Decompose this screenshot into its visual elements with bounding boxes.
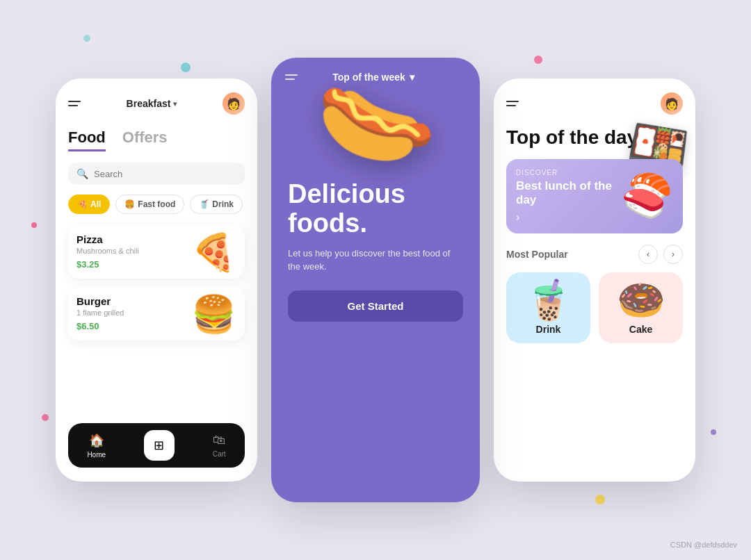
location-chevron-icon: ▾ bbox=[173, 100, 177, 108]
food-info-pizza: Pizza Mushrooms & chili $3.25 bbox=[76, 233, 139, 270]
phone-1: Breakfast ▾ 🧑 Food Offers 🔍 🍕 bbox=[56, 79, 257, 481]
get-started-button[interactable]: Get Started bbox=[288, 290, 463, 322]
phone-3: 🧑 🍱 Top of the day 🍔 Discover Best lunch… bbox=[494, 79, 695, 481]
drink-category-label: Drink bbox=[536, 324, 561, 335]
filter-drink-icon: 🥤 bbox=[199, 199, 209, 209]
p3-section-title: Most Popular bbox=[506, 249, 568, 260]
filter-all[interactable]: 🍕 All bbox=[68, 195, 110, 214]
p1-filters: 🍕 All 🍔 Fast food 🥤 Drink bbox=[68, 195, 245, 214]
p3-user-avatar[interactable]: 🧑 bbox=[661, 92, 683, 115]
location-label: Breakfast bbox=[127, 98, 171, 109]
food-price-pizza: $3.25 bbox=[76, 259, 99, 270]
food-name-burger: Burger bbox=[76, 295, 124, 307]
p3-prev-arrow[interactable]: ‹ bbox=[638, 245, 658, 264]
filter-fastfood[interactable]: 🍔 Fast food bbox=[115, 195, 184, 214]
search-input[interactable] bbox=[94, 169, 236, 179]
p3-hamburger-icon[interactable] bbox=[506, 101, 519, 106]
food-info-burger: Burger 1 flame grilled $6.50 bbox=[76, 295, 124, 332]
hamburger-menu-icon[interactable] bbox=[68, 101, 81, 106]
food-desc-burger: 1 flame grilled bbox=[76, 308, 124, 317]
p3-section-header: Most Popular ‹ › bbox=[506, 245, 683, 264]
tab-offers[interactable]: Offers bbox=[122, 129, 168, 151]
hotdog-image: 🌭 bbox=[309, 63, 442, 179]
nav-home[interactable]: 🏠 Home bbox=[87, 433, 106, 459]
p3-banner-text: Discover Best lunch of the day › bbox=[516, 169, 615, 224]
filter-all-label: All bbox=[90, 199, 101, 209]
drink-category-image: 🧋 bbox=[524, 281, 573, 320]
filter-drink[interactable]: 🥤 Drink bbox=[190, 195, 243, 214]
filter-all-icon: 🍕 bbox=[77, 199, 88, 209]
p1-header: Breakfast ▾ 🧑 bbox=[68, 92, 245, 115]
nav-cart-label: Cart bbox=[213, 450, 226, 458]
p3-banner-arrow-icon[interactable]: › bbox=[516, 211, 615, 224]
p3-categories: 🧋 Drink 🍩 Cake bbox=[506, 272, 683, 343]
phones-container: Breakfast ▾ 🧑 Food Offers 🔍 🍕 bbox=[28, 30, 723, 530]
food-price-burger: $6.50 bbox=[76, 321, 99, 331]
p3-header: 🧑 bbox=[506, 92, 683, 115]
watermark: CSDN @defdsddev bbox=[670, 541, 737, 549]
nav-center-button[interactable]: ⊞ bbox=[144, 430, 175, 461]
food-item-pizza[interactable]: Pizza Mushrooms & chili $3.25 🍕 bbox=[68, 225, 245, 279]
phone-2: Top of the week ▾ 🌭 Delicious foods. Let… bbox=[271, 58, 480, 502]
p1-search-bar[interactable]: 🔍 bbox=[68, 163, 245, 185]
filter-drink-label: Drink bbox=[212, 199, 234, 209]
p1-location[interactable]: Breakfast ▾ bbox=[127, 98, 177, 109]
cart-icon: 🛍 bbox=[213, 433, 225, 447]
home-icon: 🏠 bbox=[89, 433, 104, 448]
food-desc-pizza: Mushrooms & chili bbox=[76, 247, 139, 255]
p2-content: Delicious foods. Let us help you discove… bbox=[271, 166, 480, 336]
p2-hamburger-icon[interactable] bbox=[285, 74, 298, 80]
nav-home-label: Home bbox=[87, 451, 106, 459]
p2-title: Delicious foods. bbox=[288, 180, 463, 238]
user-avatar[interactable]: 🧑 bbox=[223, 92, 245, 115]
category-drink[interactable]: 🧋 Drink bbox=[506, 272, 590, 343]
grid-icon: ⊞ bbox=[154, 438, 164, 453]
p3-banner-title: Best lunch of the day bbox=[516, 179, 615, 208]
search-icon: 🔍 bbox=[76, 168, 88, 179]
nav-cart[interactable]: 🛍 Cart bbox=[213, 433, 226, 458]
cake-category-label: Cake bbox=[629, 324, 652, 335]
cake-category-image: 🍩 bbox=[617, 281, 665, 320]
food-item-burger[interactable]: Burger 1 flame grilled $6.50 🍔 bbox=[68, 287, 245, 340]
food-emoji-pizza: 🍕 bbox=[191, 234, 236, 270]
p3-banner[interactable]: Discover Best lunch of the day › 🍣 bbox=[506, 159, 683, 234]
p3-banner-sushi-image: 🍣 bbox=[621, 175, 673, 217]
filter-fastfood-label: Fast food bbox=[138, 199, 175, 209]
food-name-pizza: Pizza bbox=[76, 233, 139, 245]
category-cake[interactable]: 🍩 Cake bbox=[599, 272, 683, 343]
p3-nav-arrows: ‹ › bbox=[638, 245, 683, 264]
p3-banner-discover: Discover bbox=[516, 169, 615, 176]
p1-tabs: Food Offers bbox=[68, 129, 245, 151]
food-emoji-burger: 🍔 bbox=[191, 296, 236, 332]
p3-next-arrow[interactable]: › bbox=[663, 245, 683, 264]
filter-fastfood-icon: 🍔 bbox=[124, 199, 135, 209]
p2-subtitle: Let us help you discover the best food o… bbox=[288, 247, 463, 274]
tab-food[interactable]: Food bbox=[68, 129, 106, 151]
bottom-nav: 🏠 Home ⊞ 🛍 Cart bbox=[68, 423, 245, 468]
